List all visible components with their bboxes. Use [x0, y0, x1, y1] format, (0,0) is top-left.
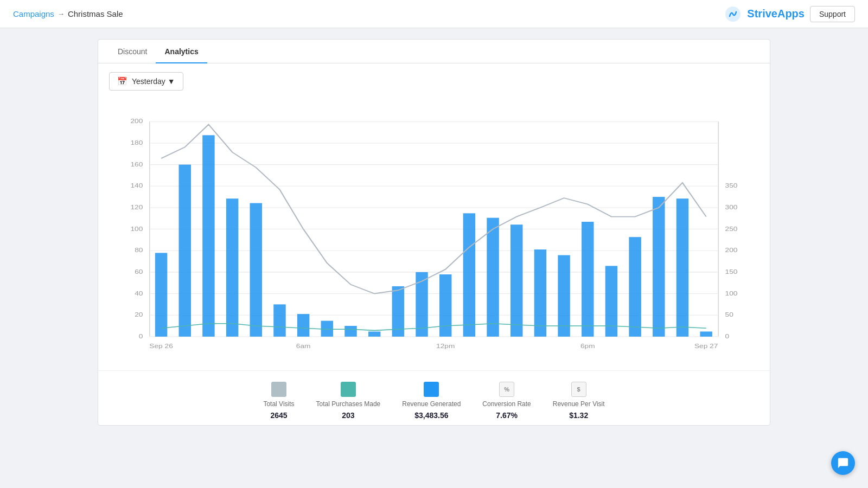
bar-2: [202, 135, 214, 336]
svg-text:12pm: 12pm: [436, 343, 455, 350]
revenue-generated-value: $3,483.56: [414, 411, 448, 420]
support-button[interactable]: Support: [810, 6, 855, 22]
legend-total-visits: Total Visits 2645: [263, 382, 294, 420]
svg-text:120: 120: [131, 204, 143, 211]
date-filter-button[interactable]: 📅 Yesterday ▼: [109, 72, 183, 91]
bar-0: [155, 253, 167, 336]
svg-text:60: 60: [135, 268, 143, 275]
svg-text:40: 40: [135, 290, 143, 297]
bar-20: [629, 237, 641, 337]
bar-16: [534, 249, 546, 337]
main-content: Discount Analytics 📅 Yesterday ▼ .grid-l…: [0, 28, 868, 436]
total-visits-swatch: [271, 382, 286, 397]
bar-14: [487, 218, 499, 337]
bar-3: [226, 198, 238, 337]
svg-text:180: 180: [131, 139, 143, 146]
bar-23: [700, 331, 712, 336]
chart-svg-container: .grid-line { stroke: #e8e8e8; stroke-wid…: [109, 105, 759, 365]
svg-text:350: 350: [725, 182, 738, 189]
svg-text:80: 80: [135, 247, 143, 254]
revenue-line: [161, 125, 706, 294]
conversion-rate-label: Conversion Rate: [482, 400, 531, 408]
bar-11: [416, 272, 427, 337]
svg-text:250: 250: [725, 226, 738, 233]
svg-text:300: 300: [725, 204, 738, 211]
conversion-rate-swatch: %: [499, 382, 514, 397]
tab-analytics[interactable]: Analytics: [156, 40, 207, 63]
legend-revenue-generated: Revenue Generated $3,483.56: [402, 382, 461, 420]
bar-9: [368, 331, 380, 336]
bar-22: [676, 198, 688, 337]
total-purchases-value: 203: [342, 411, 354, 420]
bar-12: [439, 274, 451, 337]
legend-total-purchases: Total Purchases Made 203: [316, 382, 381, 420]
breadcrumb-arrow: →: [58, 10, 65, 18]
svg-text:Sep 26: Sep 26: [149, 343, 173, 350]
revenue-per-visit-value: $1.32: [569, 411, 588, 420]
bar-6: [297, 314, 309, 337]
calendar-icon: 📅: [117, 76, 127, 86]
conversion-rate-value: 7.67%: [496, 411, 518, 420]
bar-21: [653, 197, 665, 337]
svg-text:Sep 27: Sep 27: [694, 343, 718, 350]
analytics-card: Discount Analytics 📅 Yesterday ▼ .grid-l…: [98, 39, 770, 426]
breadcrumb-campaigns-link[interactable]: Campaigns: [13, 9, 54, 18]
svg-text:140: 140: [131, 182, 143, 189]
strive-apps-logo-icon: [724, 5, 742, 23]
svg-text:0: 0: [725, 333, 730, 340]
total-visits-label: Total Visits: [263, 400, 294, 408]
logo-text: StriveApps: [747, 8, 805, 20]
legend: Total Visits 2645 Total Purchases Made 2…: [98, 370, 770, 425]
svg-text:150: 150: [725, 268, 738, 275]
main-chart-svg: .grid-line { stroke: #e8e8e8; stroke-wid…: [109, 105, 759, 365]
revenue-generated-label: Revenue Generated: [402, 400, 461, 408]
legend-conversion-rate: % Conversion Rate 7.67%: [482, 382, 531, 420]
revenue-per-visit-label: Revenue Per Visit: [553, 400, 605, 408]
chat-icon: [837, 457, 849, 469]
logo-area: StriveApps Support: [724, 5, 855, 23]
chart-wrapper: .grid-line { stroke: #e8e8e8; stroke-wid…: [98, 99, 770, 365]
header: Campaigns → Christmas Sale StriveApps Su…: [0, 0, 868, 28]
bar-8: [344, 326, 356, 337]
svg-text:200: 200: [131, 118, 143, 125]
svg-text:100: 100: [131, 226, 143, 233]
date-filter-label: Yesterday ▼: [132, 77, 175, 86]
tab-discount[interactable]: Discount: [109, 40, 156, 63]
bar-1: [179, 165, 191, 337]
svg-text:6pm: 6pm: [580, 343, 595, 350]
tabs: Discount Analytics: [98, 40, 770, 63]
svg-text:160: 160: [131, 161, 143, 168]
svg-text:200: 200: [725, 247, 738, 254]
chat-bubble-button[interactable]: [831, 451, 855, 475]
svg-text:50: 50: [725, 311, 733, 318]
revenue-per-visit-swatch: $: [571, 382, 586, 397]
bar-15: [510, 224, 522, 337]
svg-text:100: 100: [725, 290, 738, 297]
total-purchases-swatch: [341, 382, 356, 397]
bar-5: [273, 304, 285, 336]
bar-4: [250, 203, 262, 337]
revenue-generated-swatch: [424, 382, 439, 397]
bar-18: [582, 222, 593, 337]
breadcrumb: Campaigns → Christmas Sale: [13, 9, 123, 18]
bar-13: [463, 213, 475, 336]
legend-revenue-per-visit: $ Revenue Per Visit $1.32: [553, 382, 605, 420]
breadcrumb-current: Christmas Sale: [68, 9, 123, 18]
total-visits-value: 2645: [270, 411, 287, 420]
bar-17: [558, 255, 570, 337]
conversion-line: [161, 324, 706, 331]
svg-text:20: 20: [135, 311, 143, 318]
filter-bar: 📅 Yesterday ▼: [98, 63, 770, 99]
svg-text:6am: 6am: [296, 343, 311, 350]
total-purchases-label: Total Purchases Made: [316, 400, 381, 408]
svg-text:0: 0: [139, 333, 143, 340]
